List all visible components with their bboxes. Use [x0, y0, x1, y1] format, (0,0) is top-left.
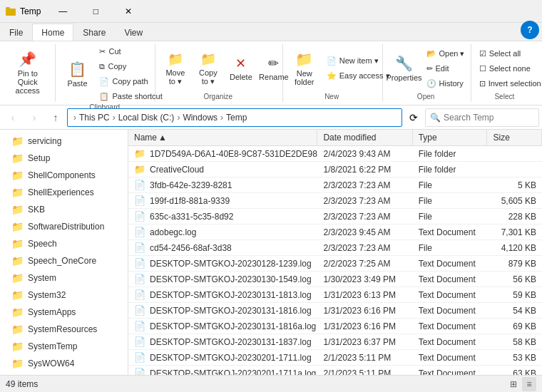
file-type: File [413, 210, 488, 223]
sidebar-item-systemapps[interactable]: 📁SystemApps [0, 304, 128, 321]
forward-button[interactable]: › [24, 108, 44, 128]
tab-share[interactable]: Share [73, 24, 115, 41]
up-button[interactable]: ↑ [46, 108, 66, 128]
folder-icon: 📁 [11, 135, 24, 147]
text-file-icon: 📄 [134, 352, 145, 363]
invert-selection-button[interactable]: ⊡ Invert selection [476, 76, 542, 91]
file-size: 53 KB [488, 351, 542, 364]
sidebar-item-shellexperiences[interactable]: 📁ShellExperiences [0, 184, 128, 201]
ribbon-group-content-open: 🔧 Properties 📂 Open ▾ ✏ Edit 🕐 History [387, 44, 465, 93]
table-row[interactable]: 📄 DESKTOP-SMTGKOJ-20230128-1239.log 2/2/… [128, 256, 542, 272]
tab-view[interactable]: View [115, 24, 152, 41]
search-input[interactable] [444, 113, 542, 123]
help-button[interactable]: ? [521, 21, 539, 39]
sidebar-item-speech[interactable]: 📁Speech [0, 235, 128, 252]
table-row[interactable]: 📄 DESKTOP-SMTGKOJ-20230201-1711a.log 2/1… [128, 366, 542, 375]
paste-shortcut-icon: 📋 [99, 92, 109, 101]
maximize-button[interactable]: □ [79, 0, 112, 23]
path-part-pc[interactable]: This PC [79, 113, 110, 123]
list-view-button[interactable]: ≡ [522, 377, 536, 391]
sidebar-item-system32[interactable]: 📁System32 [0, 287, 128, 304]
table-row[interactable]: 📄 DESKTOP-SMTGKOJ-20230131-1816.log 1/31… [128, 303, 542, 319]
path-part-windows[interactable]: Windows [183, 113, 218, 123]
ribbon-group-label-organize: Organize [160, 93, 277, 102]
refresh-button[interactable]: ⟳ [404, 108, 424, 128]
table-row[interactable]: 📄 199f-d1f8-881a-9339 2/3/2023 7:23 AM F… [128, 193, 542, 209]
col-header-type[interactable]: Type [413, 130, 488, 145]
pin-to-quick-access-button[interactable]: 📌 Pin to Quickaccess [6, 48, 49, 97]
history-button[interactable]: 🕐 History [423, 76, 469, 91]
open-button[interactable]: 📂 Open ▾ [423, 46, 469, 61]
table-row[interactable]: 📄 DESKTOP-SMTGKOJ-20230130-1549.log 1/30… [128, 272, 542, 287]
ribbon-group-content-pinquick: 📌 Pin to Quickaccess [6, 44, 49, 100]
sidebar-item-softwaredistribution[interactable]: 📁SoftwareDistribution [0, 218, 128, 235]
file-name: 📁 1D7D549A-D6A1-40E8-9C87-531DE2DE98... [128, 147, 318, 160]
search-box[interactable]: 🔍 [425, 108, 539, 127]
new-folder-button[interactable]: 📁 Newfolder [287, 44, 322, 93]
table-row[interactable]: 📄 DESKTOP-SMTGKOJ-20230131-1816a.log 1/3… [128, 319, 542, 334]
back-button[interactable]: ‹ [3, 108, 23, 128]
tab-home[interactable]: Home [32, 24, 73, 41]
col-header-name[interactable]: Name ▲ [128, 130, 317, 145]
table-row[interactable]: 📄 DESKTOP-SMTGKOJ-20230131-1813.log 1/31… [128, 287, 542, 303]
paste-button[interactable]: 📋 Paste [60, 50, 94, 98]
sidebar-item-systemtemp[interactable]: 📁SystemTemp [0, 338, 128, 355]
table-row[interactable]: 📁 CreativeCloud 1/8/2021 6:22 PM File fo… [128, 162, 542, 177]
sidebar-item-label: Speech [28, 239, 57, 249]
table-row[interactable]: 📄 adobegc.log 2/3/2023 9:45 AM Text Docu… [128, 225, 542, 240]
path-part-disk[interactable]: Local Disk (C:) [118, 113, 175, 123]
path-part-temp[interactable]: Temp [226, 113, 247, 123]
copy-to-button[interactable]: 📁 Copyto ▾ [193, 44, 224, 93]
sidebar-item-skb[interactable]: 📁SKB [0, 201, 128, 218]
copy-button[interactable]: ⧉ Copy [96, 59, 165, 73]
file-date: 2/3/2023 7:23 AM [318, 210, 413, 223]
tab-file[interactable]: File [0, 24, 32, 41]
table-row[interactable]: 📁 1D7D549A-D6A1-40E8-9C87-531DE2DE98... … [128, 146, 542, 162]
easy-access-button[interactable]: ⭐ Easy access ▾ [323, 69, 394, 83]
sidebar-item-setup[interactable]: 📁Setup [0, 150, 128, 167]
file-type: Text Document [413, 304, 488, 317]
table-row[interactable]: 📄 635c-a331-5c35-8d92 2/3/2023 7:23 AM F… [128, 209, 542, 225]
sidebar-item-label: SystemApps [28, 307, 76, 317]
sidebar-item-speech_onecore[interactable]: 📁Speech_OneCore [0, 252, 128, 269]
sidebar-item-tapi[interactable]: 📁TAPI [0, 372, 128, 375]
close-button[interactable]: ✕ [112, 0, 145, 23]
sidebar-item-systemresources[interactable]: 📁SystemResources [0, 321, 128, 338]
table-row[interactable]: 📄 DESKTOP-SMTGKOJ-20230201-1711.log 2/1/… [128, 350, 542, 366]
file-name: 📄 3fdb-642e-3239-8281 [128, 178, 318, 192]
delete-button[interactable]: ✕ Delete [225, 44, 257, 93]
grid-view-button[interactable]: ⊞ [506, 377, 521, 391]
file-list: Name ▲ Date modified Type Size 📁 1D7D549… [128, 130, 542, 375]
address-path[interactable]: › This PC › Local Disk (C:) › Windows › … [67, 108, 402, 127]
select-none-button[interactable]: ☐ Select none [476, 61, 542, 76]
sidebar-item-system[interactable]: 📁System [0, 269, 128, 287]
new-item-button[interactable]: 📄 New item ▾ [323, 54, 394, 68]
minimize-button[interactable]: — [46, 0, 79, 23]
col-header-date[interactable]: Date modified [317, 130, 412, 145]
cut-icon: ✂ [99, 47, 106, 56]
ribbon-col-open: 📂 Open ▾ ✏ Edit 🕐 History [423, 46, 469, 91]
edit-button[interactable]: ✏ Edit [423, 61, 469, 76]
sidebar-item-shellcomponents[interactable]: 📁ShellComponents [0, 167, 128, 184]
table-row[interactable]: 📄 cd54-2456-68af-3d38 2/3/2023 7:23 AM F… [128, 240, 542, 256]
paste-icon: 📋 [68, 61, 86, 78]
file-type: Text Document [413, 289, 488, 301]
paste-shortcut-button[interactable]: 📋 Paste shortcut [96, 89, 165, 103]
file-type: File [413, 195, 488, 207]
table-row[interactable]: 📄 DESKTOP-SMTGKOJ-20230131-1837.log 1/31… [128, 334, 542, 350]
folder-icon: 📁 [11, 187, 24, 198]
sidebar-item-syswow64[interactable]: 📁SysWOW64 [0, 355, 128, 372]
title-text: Temp [20, 6, 41, 16]
copy-to-icon: 📁 [200, 51, 216, 67]
properties-button[interactable]: 🔧 Properties [387, 44, 421, 93]
ribbon-group-new: 📁 Newfolder 📄 New item ▾ ⭐ Easy access ▾… [285, 44, 383, 102]
cut-button[interactable]: ✂ Cut [96, 44, 165, 58]
file-size: 5 KB [488, 179, 542, 192]
col-header-size[interactable]: Size [487, 130, 542, 145]
select-all-button[interactable]: ☑ Select all [476, 46, 542, 61]
file-size: 5,605 KB [488, 195, 542, 207]
table-row[interactable]: 📄 3fdb-642e-3239-8281 2/3/2023 7:23 AM F… [128, 177, 542, 193]
copy-path-button[interactable]: 📄 Copy path [96, 74, 165, 88]
move-to-button[interactable]: 📁 Moveto ▾ [160, 44, 191, 93]
sidebar-item-servicing[interactable]: 📁servicing [0, 133, 128, 150]
